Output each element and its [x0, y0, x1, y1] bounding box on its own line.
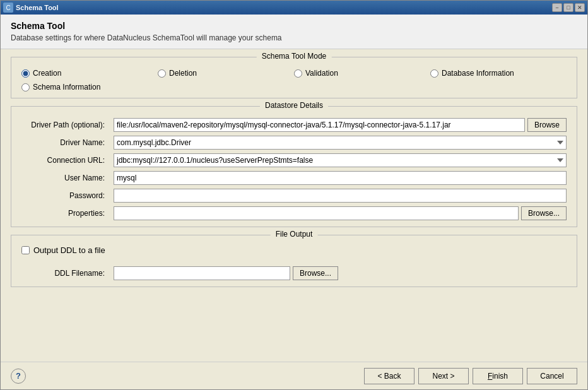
properties-input[interactable] — [114, 206, 519, 220]
radio-database-information-label: Database Information — [442, 69, 514, 78]
username-row — [114, 171, 567, 185]
page-subtitle: Database settings for where DataNucleus … — [11, 33, 577, 42]
file-output-content: Output DDL to a file DDL Filename: Brows… — [11, 235, 577, 287]
driver-path-input[interactable] — [114, 118, 525, 132]
page-title: Schema Tool — [11, 21, 577, 31]
radio-group: Creation Deletion Validation Database In… — [11, 62, 577, 98]
schema-tool-mode-options: Creation Deletion Validation Database In… — [11, 57, 577, 98]
driver-name-row: com.mysql.jdbc.Driver — [114, 136, 567, 150]
datastore-form-grid: Driver Path (optional): Browse Driver Na… — [11, 112, 577, 227]
datastore-details-legend: Datastore Details — [260, 101, 328, 110]
titlebar: C Schema Tool − □ ✕ — [1, 1, 587, 15]
main-content: Schema Tool Mode Creation Deletion Valid… — [1, 49, 587, 362]
footer-left: ? — [11, 369, 26, 384]
username-label: User Name: — [21, 174, 110, 182]
main-window: C Schema Tool − □ ✕ Schema Tool Database… — [0, 0, 588, 390]
finish-button[interactable]: Finish — [473, 368, 523, 384]
connection-url-row: jdbc:mysql://127.0.0.1/nucleus?useServer… — [114, 153, 567, 167]
help-button[interactable]: ? — [11, 369, 26, 384]
file-output-legend: File Output — [271, 230, 318, 239]
footer: ? < Back Next > Finish Cancel — [1, 362, 587, 389]
schema-tool-mode-legend: Schema Tool Mode — [257, 52, 332, 61]
output-ddl-checkbox[interactable] — [21, 246, 30, 254]
ddl-browse-button[interactable]: Browse... — [293, 266, 338, 280]
datastore-details-section: Datastore Details Driver Path (optional)… — [11, 106, 577, 227]
ddl-filename-row: Browse... — [114, 266, 567, 280]
properties-label: Properties: — [21, 209, 110, 218]
titlebar-left: C Schema Tool — [3, 3, 59, 13]
radio-creation[interactable]: Creation — [21, 69, 158, 78]
next-button[interactable]: Next > — [418, 368, 469, 384]
cancel-button[interactable]: Cancel — [527, 368, 577, 384]
minimize-button[interactable]: − — [552, 3, 562, 12]
radio-validation[interactable]: Validation — [294, 69, 430, 78]
output-ddl-row: Output DDL to a file — [11, 240, 577, 260]
window-icon: C — [3, 3, 13, 13]
restore-button[interactable]: □ — [563, 3, 573, 12]
ddl-filename-label: DDL Filename: — [21, 269, 110, 278]
driver-path-label: Driver Path (optional): — [21, 121, 110, 129]
password-label: Password: — [21, 191, 110, 200]
schema-tool-mode-section: Schema Tool Mode Creation Deletion Valid… — [11, 57, 577, 98]
driver-name-label: Driver Name: — [21, 138, 110, 147]
header-section: Schema Tool Database settings for where … — [1, 15, 587, 49]
file-output-section: File Output Output DDL to a file DDL Fil… — [11, 235, 577, 287]
properties-browse-button[interactable]: Browse... — [521, 206, 567, 220]
close-button[interactable]: ✕ — [575, 3, 585, 12]
driver-path-row: Browse — [114, 118, 567, 132]
ddl-filename-grid: DDL Filename: Browse... — [11, 260, 577, 287]
username-input[interactable] — [114, 171, 567, 185]
radio-schema-information-label: Schema Information — [33, 83, 100, 92]
output-ddl-label: Output DDL to a file — [33, 245, 105, 255]
radio-database-information[interactable]: Database Information — [430, 69, 567, 78]
titlebar-buttons: − □ ✕ — [552, 3, 585, 12]
footer-right: < Back Next > Finish Cancel — [364, 368, 577, 384]
titlebar-title: Schema Tool — [16, 4, 59, 11]
connection-url-select[interactable]: jdbc:mysql://127.0.0.1/nucleus?useServer… — [114, 153, 567, 167]
properties-row: Browse... — [114, 206, 567, 220]
driver-name-select[interactable]: com.mysql.jdbc.Driver — [114, 136, 567, 150]
radio-deletion[interactable]: Deletion — [158, 69, 294, 78]
back-button[interactable]: < Back — [364, 368, 415, 384]
connection-url-label: Connection URL: — [21, 156, 110, 165]
radio-schema-information[interactable]: Schema Information — [21, 83, 158, 92]
radio-creation-label: Creation — [33, 69, 61, 78]
datastore-details-content: Driver Path (optional): Browse Driver Na… — [11, 107, 577, 227]
password-row — [114, 189, 567, 203]
driver-path-browse-button[interactable]: Browse — [527, 118, 567, 132]
radio-validation-label: Validation — [305, 69, 338, 78]
radio-deletion-label: Deletion — [169, 69, 197, 78]
password-input[interactable] — [114, 189, 567, 203]
ddl-filename-input[interactable] — [114, 266, 290, 280]
